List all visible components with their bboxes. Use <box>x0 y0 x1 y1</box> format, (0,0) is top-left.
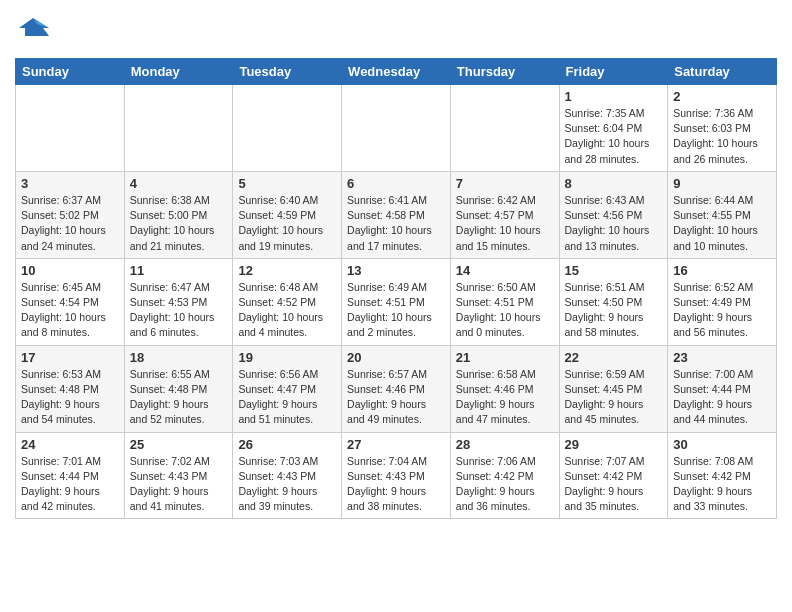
day-info: Sunrise: 6:55 AM Sunset: 4:48 PM Dayligh… <box>130 367 228 428</box>
day-info: Sunrise: 6:49 AM Sunset: 4:51 PM Dayligh… <box>347 280 445 341</box>
day-info: Sunrise: 6:42 AM Sunset: 4:57 PM Dayligh… <box>456 193 554 254</box>
calendar-cell: 20Sunrise: 6:57 AM Sunset: 4:46 PM Dayli… <box>342 345 451 432</box>
day-header-monday: Monday <box>124 59 233 85</box>
day-info: Sunrise: 6:57 AM Sunset: 4:46 PM Dayligh… <box>347 367 445 428</box>
day-header-saturday: Saturday <box>668 59 777 85</box>
day-header-thursday: Thursday <box>450 59 559 85</box>
day-info: Sunrise: 6:50 AM Sunset: 4:51 PM Dayligh… <box>456 280 554 341</box>
day-number: 21 <box>456 350 554 365</box>
day-number: 26 <box>238 437 336 452</box>
day-number: 29 <box>565 437 663 452</box>
calendar-cell: 27Sunrise: 7:04 AM Sunset: 4:43 PM Dayli… <box>342 432 451 519</box>
day-info: Sunrise: 7:07 AM Sunset: 4:42 PM Dayligh… <box>565 454 663 515</box>
calendar-cell: 22Sunrise: 6:59 AM Sunset: 4:45 PM Dayli… <box>559 345 668 432</box>
day-number: 3 <box>21 176 119 191</box>
day-number: 9 <box>673 176 771 191</box>
calendar-cell: 28Sunrise: 7:06 AM Sunset: 4:42 PM Dayli… <box>450 432 559 519</box>
day-number: 8 <box>565 176 663 191</box>
calendar-week-2: 3Sunrise: 6:37 AM Sunset: 5:02 PM Daylig… <box>16 171 777 258</box>
day-header-wednesday: Wednesday <box>342 59 451 85</box>
day-number: 28 <box>456 437 554 452</box>
calendar-cell: 21Sunrise: 6:58 AM Sunset: 4:46 PM Dayli… <box>450 345 559 432</box>
day-info: Sunrise: 6:52 AM Sunset: 4:49 PM Dayligh… <box>673 280 771 341</box>
day-info: Sunrise: 7:35 AM Sunset: 6:04 PM Dayligh… <box>565 106 663 167</box>
day-number: 11 <box>130 263 228 278</box>
day-info: Sunrise: 6:37 AM Sunset: 5:02 PM Dayligh… <box>21 193 119 254</box>
logo <box>15 14 55 50</box>
day-info: Sunrise: 7:36 AM Sunset: 6:03 PM Dayligh… <box>673 106 771 167</box>
day-info: Sunrise: 7:08 AM Sunset: 4:42 PM Dayligh… <box>673 454 771 515</box>
calendar-cell: 13Sunrise: 6:49 AM Sunset: 4:51 PM Dayli… <box>342 258 451 345</box>
day-number: 22 <box>565 350 663 365</box>
day-number: 6 <box>347 176 445 191</box>
calendar-cell: 3Sunrise: 6:37 AM Sunset: 5:02 PM Daylig… <box>16 171 125 258</box>
day-info: Sunrise: 7:03 AM Sunset: 4:43 PM Dayligh… <box>238 454 336 515</box>
day-number: 19 <box>238 350 336 365</box>
calendar-cell: 25Sunrise: 7:02 AM Sunset: 4:43 PM Dayli… <box>124 432 233 519</box>
calendar-cell: 2Sunrise: 7:36 AM Sunset: 6:03 PM Daylig… <box>668 85 777 172</box>
calendar-cell: 17Sunrise: 6:53 AM Sunset: 4:48 PM Dayli… <box>16 345 125 432</box>
calendar-header-row: SundayMondayTuesdayWednesdayThursdayFrid… <box>16 59 777 85</box>
day-number: 1 <box>565 89 663 104</box>
day-info: Sunrise: 6:38 AM Sunset: 5:00 PM Dayligh… <box>130 193 228 254</box>
calendar-cell: 19Sunrise: 6:56 AM Sunset: 4:47 PM Dayli… <box>233 345 342 432</box>
day-number: 23 <box>673 350 771 365</box>
calendar-week-5: 24Sunrise: 7:01 AM Sunset: 4:44 PM Dayli… <box>16 432 777 519</box>
day-info: Sunrise: 6:47 AM Sunset: 4:53 PM Dayligh… <box>130 280 228 341</box>
day-info: Sunrise: 6:58 AM Sunset: 4:46 PM Dayligh… <box>456 367 554 428</box>
day-header-sunday: Sunday <box>16 59 125 85</box>
calendar-cell: 6Sunrise: 6:41 AM Sunset: 4:58 PM Daylig… <box>342 171 451 258</box>
day-number: 2 <box>673 89 771 104</box>
calendar-cell: 16Sunrise: 6:52 AM Sunset: 4:49 PM Dayli… <box>668 258 777 345</box>
day-header-tuesday: Tuesday <box>233 59 342 85</box>
day-info: Sunrise: 6:51 AM Sunset: 4:50 PM Dayligh… <box>565 280 663 341</box>
day-number: 25 <box>130 437 228 452</box>
day-number: 12 <box>238 263 336 278</box>
calendar-cell <box>16 85 125 172</box>
calendar-cell: 26Sunrise: 7:03 AM Sunset: 4:43 PM Dayli… <box>233 432 342 519</box>
day-info: Sunrise: 6:44 AM Sunset: 4:55 PM Dayligh… <box>673 193 771 254</box>
calendar-cell: 12Sunrise: 6:48 AM Sunset: 4:52 PM Dayli… <box>233 258 342 345</box>
calendar-cell: 8Sunrise: 6:43 AM Sunset: 4:56 PM Daylig… <box>559 171 668 258</box>
day-info: Sunrise: 6:53 AM Sunset: 4:48 PM Dayligh… <box>21 367 119 428</box>
calendar-week-3: 10Sunrise: 6:45 AM Sunset: 4:54 PM Dayli… <box>16 258 777 345</box>
day-number: 27 <box>347 437 445 452</box>
calendar-cell <box>124 85 233 172</box>
calendar-cell: 15Sunrise: 6:51 AM Sunset: 4:50 PM Dayli… <box>559 258 668 345</box>
calendar-cell: 14Sunrise: 6:50 AM Sunset: 4:51 PM Dayli… <box>450 258 559 345</box>
day-number: 14 <box>456 263 554 278</box>
day-info: Sunrise: 7:00 AM Sunset: 4:44 PM Dayligh… <box>673 367 771 428</box>
day-info: Sunrise: 7:04 AM Sunset: 4:43 PM Dayligh… <box>347 454 445 515</box>
day-number: 15 <box>565 263 663 278</box>
logo-icon <box>15 14 51 50</box>
day-info: Sunrise: 7:01 AM Sunset: 4:44 PM Dayligh… <box>21 454 119 515</box>
calendar-cell: 1Sunrise: 7:35 AM Sunset: 6:04 PM Daylig… <box>559 85 668 172</box>
day-number: 20 <box>347 350 445 365</box>
day-number: 4 <box>130 176 228 191</box>
day-number: 17 <box>21 350 119 365</box>
day-number: 7 <box>456 176 554 191</box>
day-info: Sunrise: 6:48 AM Sunset: 4:52 PM Dayligh… <box>238 280 336 341</box>
day-info: Sunrise: 6:40 AM Sunset: 4:59 PM Dayligh… <box>238 193 336 254</box>
calendar-cell: 23Sunrise: 7:00 AM Sunset: 4:44 PM Dayli… <box>668 345 777 432</box>
calendar-cell: 10Sunrise: 6:45 AM Sunset: 4:54 PM Dayli… <box>16 258 125 345</box>
calendar-cell: 7Sunrise: 6:42 AM Sunset: 4:57 PM Daylig… <box>450 171 559 258</box>
calendar-cell: 24Sunrise: 7:01 AM Sunset: 4:44 PM Dayli… <box>16 432 125 519</box>
day-number: 16 <box>673 263 771 278</box>
calendar-cell: 18Sunrise: 6:55 AM Sunset: 4:48 PM Dayli… <box>124 345 233 432</box>
calendar-table: SundayMondayTuesdayWednesdayThursdayFrid… <box>15 58 777 519</box>
day-info: Sunrise: 6:45 AM Sunset: 4:54 PM Dayligh… <box>21 280 119 341</box>
day-info: Sunrise: 6:41 AM Sunset: 4:58 PM Dayligh… <box>347 193 445 254</box>
calendar-cell: 9Sunrise: 6:44 AM Sunset: 4:55 PM Daylig… <box>668 171 777 258</box>
day-number: 30 <box>673 437 771 452</box>
calendar-cell <box>342 85 451 172</box>
calendar-cell: 4Sunrise: 6:38 AM Sunset: 5:00 PM Daylig… <box>124 171 233 258</box>
calendar-week-1: 1Sunrise: 7:35 AM Sunset: 6:04 PM Daylig… <box>16 85 777 172</box>
calendar-cell: 29Sunrise: 7:07 AM Sunset: 4:42 PM Dayli… <box>559 432 668 519</box>
day-number: 18 <box>130 350 228 365</box>
calendar-cell: 11Sunrise: 6:47 AM Sunset: 4:53 PM Dayli… <box>124 258 233 345</box>
day-number: 5 <box>238 176 336 191</box>
day-number: 13 <box>347 263 445 278</box>
day-info: Sunrise: 6:43 AM Sunset: 4:56 PM Dayligh… <box>565 193 663 254</box>
day-info: Sunrise: 6:59 AM Sunset: 4:45 PM Dayligh… <box>565 367 663 428</box>
